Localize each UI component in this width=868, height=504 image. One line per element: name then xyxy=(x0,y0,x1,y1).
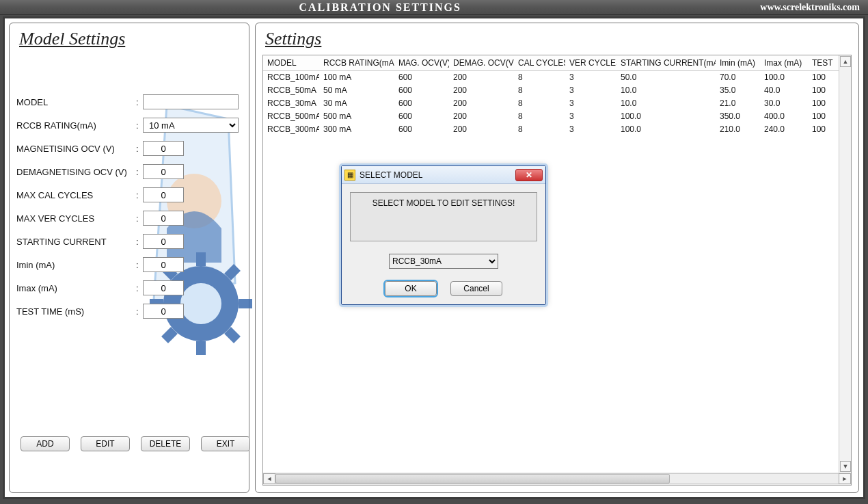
table-cell: 100.0 xyxy=(616,123,716,136)
app-title: CALIBRATION SETTINGS xyxy=(0,1,760,14)
table-row[interactable]: RCCB_100mA100 mA6002008350.070.0100.0100 xyxy=(263,71,839,84)
demag-ocv-input[interactable] xyxy=(143,164,184,179)
table-cell: 600 xyxy=(394,97,449,110)
table-cell: 200 xyxy=(449,84,514,97)
demag-ocv-label: DEMAGNETISING OCV (V) xyxy=(16,167,136,177)
table-cell: 50.0 xyxy=(616,71,716,84)
max-ver-input[interactable] xyxy=(143,211,184,226)
table-cell: 600 xyxy=(394,123,449,136)
column-header[interactable]: Imax (mA) xyxy=(760,55,808,71)
imin-input[interactable] xyxy=(143,257,184,272)
delete-button[interactable]: DELETE xyxy=(141,436,190,451)
scroll-up-icon[interactable]: ▲ xyxy=(840,56,851,67)
cancel-button[interactable]: Cancel xyxy=(450,281,502,296)
table-cell: 350.0 xyxy=(716,110,760,123)
max-ver-label: MAX VER CYCLES xyxy=(16,213,136,224)
column-header[interactable]: STARTING CURRENT(mA) xyxy=(616,55,716,71)
site-url: www.screlektroniks.com xyxy=(760,2,868,13)
title-bar: CALIBRATION SETTINGS www.screlektroniks.… xyxy=(0,0,868,15)
model-input[interactable] xyxy=(143,94,239,109)
column-header[interactable]: VER CYCLES xyxy=(565,55,616,71)
model-label: MODEL xyxy=(16,97,136,107)
table-cell: 50 mA xyxy=(319,84,394,97)
table-cell: 8 xyxy=(514,110,565,123)
test-time-input[interactable] xyxy=(143,304,184,319)
model-settings-panel: Model Settings MODEL : xyxy=(9,23,249,493)
table-row[interactable]: RCCB_500mA500 mA60020083100.0350.0400.01… xyxy=(263,110,839,123)
rccb-rating-select[interactable]: 10 mA xyxy=(143,118,239,133)
table-cell: RCCB_50mA xyxy=(263,84,319,97)
column-header[interactable]: DEMAG. OCV(V) xyxy=(449,55,514,71)
table-cell: 3 xyxy=(565,123,616,136)
model-select-dropdown[interactable]: RCCB_30mA xyxy=(389,254,498,269)
table-cell: 100 mA xyxy=(319,71,394,84)
table-cell: 100 xyxy=(808,97,839,110)
table-row[interactable]: RCCB_300mA300 mA60020083100.0210.0240.01… xyxy=(263,123,839,136)
table-cell: 100 xyxy=(808,71,839,84)
imax-input[interactable] xyxy=(143,280,184,295)
column-header[interactable]: MAG. OCV(V) xyxy=(394,55,449,71)
table-cell: 400.0 xyxy=(760,110,808,123)
column-header[interactable]: TEST xyxy=(808,55,839,71)
table-cell: RCCB_300mA xyxy=(263,123,319,136)
table-cell: RCCB_30mA xyxy=(263,97,319,110)
dialog-body: SELECT MODEL TO EDIT SETTINGS! RCCB_30mA… xyxy=(342,184,545,304)
table-cell: 240.0 xyxy=(760,123,808,136)
table-row[interactable]: RCCB_30mA30 mA6002008310.021.030.0100 xyxy=(263,97,839,110)
table-cell: 100 xyxy=(808,123,839,136)
exit-button[interactable]: EXIT xyxy=(201,436,250,451)
table-cell: 3 xyxy=(565,71,616,84)
scroll-thumb[interactable] xyxy=(275,474,670,483)
table-cell: 210.0 xyxy=(716,123,760,136)
main-container: Model Settings MODEL : xyxy=(3,16,865,499)
table-cell: 200 xyxy=(449,110,514,123)
edit-button[interactable]: EDIT xyxy=(81,436,130,451)
start-curr-input[interactable] xyxy=(143,234,184,249)
scroll-right-icon[interactable]: ► xyxy=(839,473,851,484)
dialog-close-button[interactable]: ✕ xyxy=(515,169,543,181)
scroll-down-icon[interactable]: ▼ xyxy=(840,461,851,472)
table-cell: 40.0 xyxy=(760,84,808,97)
add-button[interactable]: ADD xyxy=(21,436,70,451)
table-cell: 8 xyxy=(514,84,565,97)
table-cell: 35.0 xyxy=(716,84,760,97)
max-cal-input[interactable] xyxy=(143,187,184,202)
table-cell: RCCB_500mA xyxy=(263,110,319,123)
dialog-app-icon: ▦ xyxy=(344,170,355,181)
model-form: MODEL : RCCB RATING(mA) : 10 mA MAGNETIS… xyxy=(16,90,242,323)
table-row[interactable]: RCCB_50mA50 mA6002008310.035.040.0100 xyxy=(263,84,839,97)
dialog-title: SELECT MODEL xyxy=(360,170,422,180)
table-cell: 8 xyxy=(514,97,565,110)
table-cell: 600 xyxy=(394,84,449,97)
column-header[interactable]: Imin (mA) xyxy=(716,55,760,71)
imax-label: Imax (mA) xyxy=(16,283,136,293)
settings-title: Settings xyxy=(265,29,852,49)
rccb-rating-label: RCCB RATING(mA) xyxy=(16,120,136,131)
vertical-scrollbar[interactable]: ▲ ▼ xyxy=(839,55,851,473)
table-cell: 8 xyxy=(514,71,565,84)
table-cell: 100.0 xyxy=(760,71,808,84)
horizontal-scrollbar[interactable]: ◄ ► xyxy=(263,473,851,485)
table-cell: 100 xyxy=(808,110,839,123)
scroll-track[interactable] xyxy=(275,473,839,484)
table-cell: 200 xyxy=(449,71,514,84)
dialog-message: SELECT MODEL TO EDIT SETTINGS! xyxy=(350,192,537,241)
table-cell: 200 xyxy=(449,123,514,136)
table-cell: 300 mA xyxy=(319,123,394,136)
table-cell: 21.0 xyxy=(716,97,760,110)
table-cell: 30.0 xyxy=(760,97,808,110)
max-cal-label: MAX CAL CYCLES xyxy=(16,190,136,200)
table-cell: 3 xyxy=(565,110,616,123)
test-time-label: TEST TIME (mS) xyxy=(16,306,136,317)
column-header[interactable]: MODEL xyxy=(263,55,319,71)
column-header[interactable]: RCCB RATING(mA) xyxy=(319,55,394,71)
scroll-left-icon[interactable]: ◄ xyxy=(263,473,275,484)
table-cell: RCCB_100mA xyxy=(263,71,319,84)
column-header[interactable]: CAL CYCLES xyxy=(514,55,565,71)
ok-button[interactable]: OK xyxy=(385,281,437,296)
mag-ocv-input[interactable] xyxy=(143,141,184,156)
table-cell: 500 mA xyxy=(319,110,394,123)
dialog-titlebar[interactable]: ▦ SELECT MODEL ✕ xyxy=(342,166,545,184)
settings-table[interactable]: MODELRCCB RATING(mA)MAG. OCV(V)DEMAG. OC… xyxy=(263,55,839,136)
table-cell: 8 xyxy=(514,123,565,136)
